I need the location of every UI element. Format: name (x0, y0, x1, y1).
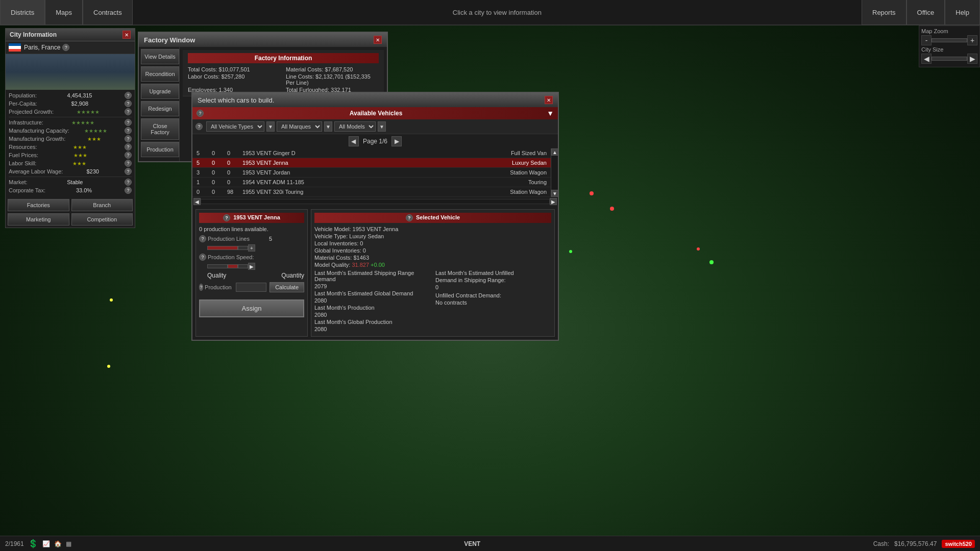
contracts-button[interactable]: Contracts (83, 0, 133, 25)
sv-unfilled-contract-label: Unfilled Contract Demand: (435, 292, 551, 298)
map-dot[interactable] (590, 191, 594, 195)
sv-hscroll-track[interactable] (201, 199, 550, 204)
resources-help[interactable]: ? (125, 143, 132, 151)
sv-prod-speed-help[interactable]: ? (199, 254, 206, 261)
table-row[interactable]: 1001954 VENT ADM 11-185Touring (192, 178, 551, 187)
avg-labor-wage-help[interactable]: ? (125, 168, 132, 175)
map-dot[interactable] (110, 298, 113, 302)
sv-table-area: 5001953 VENT Ginger DFull Sized Van50019… (192, 148, 558, 197)
labor-costs-label: Labor Costs: (188, 73, 219, 80)
sv-close-button[interactable]: ✕ (545, 96, 553, 104)
sv-scroll-down-button[interactable]: ▼ (551, 190, 558, 197)
zoom-plus-button[interactable]: + (967, 35, 977, 45)
graph-icon[interactable]: 📈 (42, 540, 50, 547)
building-icon[interactable]: 🏠 (54, 540, 62, 547)
city-size-plus-button[interactable]: ▶ (967, 54, 977, 64)
labor-skill-help[interactable]: ? (125, 160, 132, 167)
sv-mat-costs-value: $1463 (353, 255, 369, 261)
population-help[interactable]: ? (125, 92, 132, 99)
factory-close-button[interactable]: ✕ (374, 36, 382, 44)
sv-prev-page-button[interactable]: ◀ (349, 136, 359, 146)
sv-hscroll-right-button[interactable]: ▶ (550, 198, 557, 205)
upgrade-button[interactable]: Upgrade (141, 84, 179, 99)
sv-prod-lines-help[interactable]: ? (199, 235, 206, 242)
map-dot[interactable] (107, 365, 110, 368)
sv-scroll-up-button[interactable]: ▲ (551, 148, 558, 156)
view-details-button[interactable]: View Details (141, 49, 179, 64)
maps-button[interactable]: Maps (45, 0, 83, 25)
sv-right-help[interactable]: ? (406, 214, 413, 221)
bottom-company: VENT (464, 540, 480, 547)
marketing-button[interactable]: Marketing (8, 213, 69, 226)
recondition-button[interactable]: Recondition (141, 66, 179, 82)
branch-button[interactable]: Branch (71, 199, 133, 211)
close-factory-button[interactable]: Close Factory (141, 118, 179, 140)
competition-button[interactable]: Competition (71, 213, 133, 226)
labor-skill-stars: ★★★ (72, 161, 86, 166)
zoom-slider[interactable] (932, 38, 967, 42)
production-input[interactable]: 1356 (236, 283, 266, 292)
office-button[interactable]: Office (906, 0, 945, 25)
marques-filter[interactable]: All Marques (277, 121, 322, 132)
table-row[interactable]: 5001953 VENT Ginger DFull Sized Van (192, 148, 551, 158)
production-button[interactable]: Production (141, 142, 179, 157)
line-costs-row: Line Costs: $2,132,701 ($152,335 Per Lin… (286, 73, 379, 86)
city-name-help[interactable]: ? (62, 44, 69, 51)
city-info-close-button[interactable]: ✕ (122, 31, 131, 39)
vehicle-type-arrow[interactable]: ▼ (266, 121, 275, 132)
per-capita-label: Per-Capita: (9, 101, 37, 107)
models-arrow[interactable]: ▼ (378, 121, 386, 132)
corporate-tax-help[interactable]: ? (125, 187, 132, 194)
models-filter[interactable]: All Models (334, 121, 376, 132)
switch-logo: switch520 (942, 540, 975, 548)
districts-button[interactable]: Districts (0, 0, 45, 25)
market-help[interactable]: ? (125, 179, 132, 186)
city-size-minus-button[interactable]: ◀ (921, 54, 932, 64)
manufacturing-growth-help[interactable]: ? (125, 135, 132, 142)
sv-next-page-button[interactable]: ▶ (391, 136, 402, 146)
map-dot[interactable] (610, 207, 614, 211)
manufacturing-cap-help[interactable]: ? (125, 127, 132, 134)
sv-left-help[interactable]: ? (223, 214, 230, 221)
sv-scrollbar: ▲ ▼ (551, 148, 558, 197)
infrastructure-help[interactable]: ? (125, 119, 132, 126)
sv-shipping-label: Last Month's Estimated Shipping Range De… (314, 270, 430, 282)
grid-icon[interactable]: ▦ (66, 540, 71, 547)
table-row[interactable]: 3001953 VENT JordanStation Wagon (192, 168, 551, 178)
map-dot[interactable] (569, 250, 572, 253)
redesign-button[interactable]: Redesign (141, 101, 179, 116)
sv-scroll-track[interactable] (551, 156, 558, 190)
per-capita-help[interactable]: ? (125, 100, 132, 107)
assign-button[interactable]: Assign (199, 299, 304, 317)
line-costs-label: Line Costs: (286, 73, 314, 80)
sv-header-help[interactable]: ? (197, 110, 204, 117)
reports-button[interactable]: Reports (862, 0, 906, 25)
fuel-prices-stars: ★★★ (74, 153, 87, 158)
money-icon[interactable]: 💲 (28, 539, 38, 548)
france-flag (9, 43, 21, 52)
sv-left-panel-title: ? 1953 VENT Jenna (199, 213, 304, 223)
calculate-button[interactable]: Calculate (270, 282, 304, 292)
city-size-slider[interactable] (932, 57, 967, 61)
sv-header-arrow[interactable]: ▼ (547, 109, 554, 117)
sv-title: Select which cars to build. (198, 96, 274, 104)
sv-prod-lines-label: Production Lines (208, 236, 269, 242)
zoom-minus-button[interactable]: - (921, 35, 932, 45)
vehicle-type-filter[interactable]: All Vehicle Types (206, 121, 264, 132)
marques-arrow[interactable]: ▼ (324, 121, 332, 132)
sv-hscroll-left-button[interactable]: ◀ (193, 198, 201, 205)
sv-filter-help[interactable]: ? (195, 123, 203, 130)
prod-speed-right-arrow[interactable]: ▶ (248, 263, 255, 270)
projected-growth-help[interactable]: ? (125, 108, 132, 115)
fuel-prices-help[interactable]: ? (125, 152, 132, 159)
sv-prod-help[interactable]: ? (199, 284, 203, 291)
sv-right-panel-title-text: Selected Vehicle (416, 214, 460, 220)
table-row[interactable]: 5001953 VENT JennaLuxury Sedan (192, 158, 551, 168)
market-value: Stable (67, 179, 83, 185)
factories-button[interactable]: Factories (8, 199, 69, 211)
table-row[interactable]: 00981955 VENT 320i TouringStation Wagon (192, 187, 551, 197)
map-dot[interactable] (697, 247, 700, 251)
help-button[interactable]: Help (945, 0, 980, 25)
prod-lines-plus[interactable]: + (248, 244, 255, 252)
map-dot[interactable] (709, 260, 714, 264)
